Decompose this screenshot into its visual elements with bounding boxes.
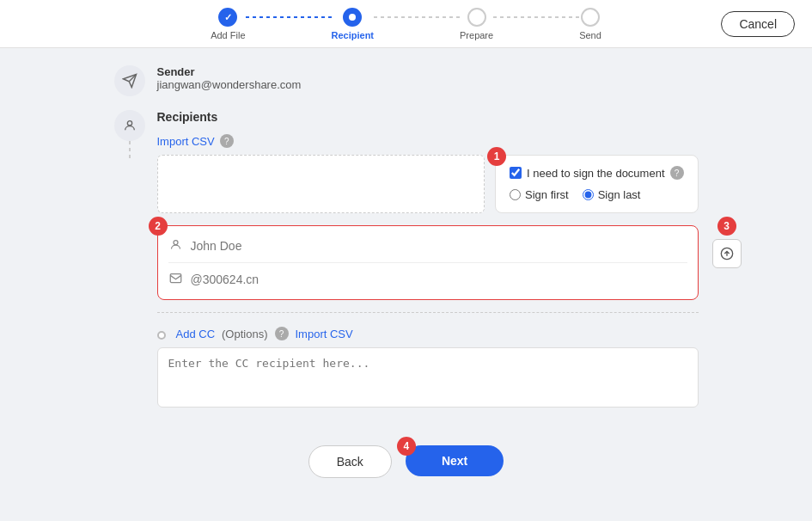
step-send: Send (579, 8, 601, 40)
cc-import-csv-link[interactable]: Import CSV (296, 328, 353, 340)
sign-check-label: I need to sign the document (527, 167, 664, 180)
person-icon (168, 238, 184, 254)
sign-radio-row: Sign first Sign last (510, 188, 683, 201)
recipients-container: Recipients Import CSV ? 1 I need to sign… (114, 110, 699, 428)
back-button[interactable]: Back (308, 445, 392, 478)
step-connector-1 (246, 16, 332, 18)
step-dot-recipient (349, 14, 356, 21)
email-icon (168, 272, 184, 287)
sign-last-option[interactable]: Sign last (583, 188, 641, 201)
step-circle-add-file (218, 8, 237, 27)
step-label-recipient: Recipient (332, 30, 375, 40)
sender-label: Sender (157, 65, 302, 78)
h-divider (157, 312, 699, 313)
sign-last-label: Sign last (598, 188, 641, 201)
step-label-send: Send (579, 30, 601, 40)
recipient-input-container: 2 3 (157, 225, 699, 300)
recipient-name-input[interactable] (191, 239, 687, 253)
next-button[interactable]: Next (406, 445, 504, 476)
timeline-col (114, 110, 145, 158)
sign-first-option[interactable]: Sign first (510, 188, 569, 201)
sender-email: jiangwan@wondershare.com (157, 78, 302, 91)
svg-point-0 (127, 121, 131, 126)
cc-header-row: Add CC (Options) ? Import CSV (157, 327, 699, 340)
up-button-wrapper: 3 (712, 217, 742, 268)
cc-options-text: (Options) (222, 328, 267, 340)
step-connector-3 (493, 16, 579, 18)
sign-first-label: Sign first (525, 188, 569, 201)
dashed-area (157, 155, 485, 213)
sign-document-checkbox[interactable] (510, 167, 522, 179)
next-badge: 4 (397, 437, 416, 456)
sign-help-icon[interactable]: ? (670, 166, 684, 180)
name-input-row (168, 235, 687, 257)
import-csv-row: Import CSV ? (157, 134, 699, 148)
recipient-email-input[interactable] (191, 273, 687, 286)
timeline-line (129, 141, 131, 158)
recipients-label: Recipients (157, 110, 699, 124)
recipients-body: Recipients Import CSV ? 1 I need to sign… (157, 110, 699, 428)
recipient-badge: 2 (149, 217, 168, 236)
cc-section: Add CC (Options) ? Import CSV (157, 327, 699, 411)
cc-help-icon[interactable]: ? (275, 327, 289, 340)
svg-point-1 (174, 241, 178, 245)
cc-textarea[interactable] (157, 347, 699, 408)
cancel-button[interactable]: Cancel (721, 11, 795, 37)
up-badge: 3 (717, 217, 736, 236)
step-add-file: Add File (211, 8, 245, 40)
sender-info: Sender jiangwan@wondershare.com (157, 65, 302, 91)
sign-options-box: 1 I need to sign the document ? Sign fir… (495, 155, 698, 213)
svg-rect-2 (170, 274, 181, 283)
top-navigation: Add File Recipient Prepare Send Cancel (0, 0, 812, 48)
bottom-row: Back 4 Next (114, 445, 699, 478)
add-cc-link[interactable]: Add CC (176, 328, 216, 340)
cc-timeline-group (157, 328, 166, 340)
sign-options-badge: 1 (487, 147, 506, 166)
sign-last-radio[interactable] (583, 189, 594, 200)
step-circle-recipient (343, 8, 362, 27)
move-up-button[interactable] (712, 239, 742, 268)
step-circle-prepare (467, 8, 486, 27)
step-circle-send (581, 8, 600, 27)
main-content: Sender jiangwan@wondershare.com Recipien… (63, 48, 750, 495)
recipient-input-box: 2 (157, 225, 699, 300)
import-csv-link[interactable]: Import CSV (157, 135, 215, 148)
step-recipient: Recipient (332, 8, 375, 40)
steps-container: Add File Recipient Prepare Send (211, 8, 601, 40)
sender-row: Sender jiangwan@wondershare.com (114, 65, 699, 96)
cc-timeline-dot (157, 331, 166, 340)
step-connector-2 (374, 16, 460, 18)
step-label-prepare: Prepare (460, 30, 493, 40)
sign-first-radio[interactable] (510, 189, 521, 200)
step-prepare: Prepare (460, 8, 493, 40)
next-button-wrapper: 4 Next (406, 445, 504, 478)
top-area: 1 I need to sign the document ? Sign fir… (157, 155, 699, 213)
check-icon (224, 11, 232, 23)
step-label-add-file: Add File (211, 30, 245, 40)
import-csv-help-icon[interactable]: ? (220, 134, 234, 148)
email-input-row (168, 262, 687, 291)
sender-avatar (114, 65, 145, 96)
recipients-avatar (114, 110, 145, 141)
sign-check-row: I need to sign the document ? (510, 166, 683, 180)
